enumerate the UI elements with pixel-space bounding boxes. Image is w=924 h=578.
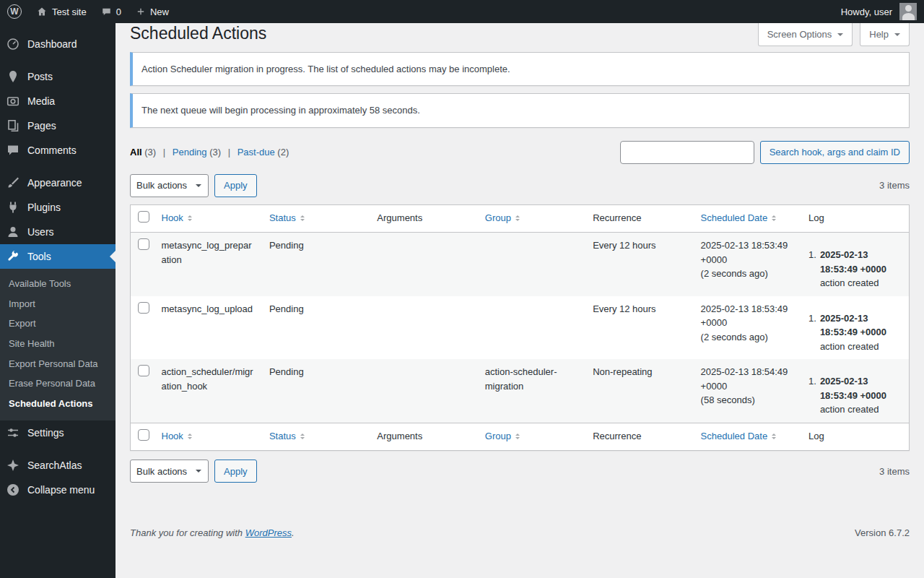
menu-separator	[0, 445, 116, 453]
column-log: Log	[808, 212, 824, 223]
sidebar-subitem-export-personal-data[interactable]: Export Personal Data	[0, 354, 116, 374]
media-icon	[6, 94, 20, 108]
sidebar-item-collapse-menu[interactable]: Collapse menu	[0, 478, 116, 502]
sidebar-item-plugins[interactable]: Plugins	[0, 195, 116, 220]
filter-row: All (3) | Pending (3) | Past-due (2) Sea…	[130, 141, 910, 164]
sort-scheduled-date[interactable]: Scheduled Date	[701, 429, 777, 444]
sidebar-item-label: Tools	[27, 251, 51, 262]
help-button[interactable]: Help	[860, 23, 910, 46]
filter-all[interactable]: All	[130, 147, 142, 158]
sort-icon	[188, 434, 192, 439]
group-cell	[478, 233, 585, 296]
column-arguments: Arguments	[377, 431, 422, 441]
sidebar-subitem-scheduled-actions[interactable]: Scheduled Actions	[0, 394, 116, 414]
bulk-actions-select[interactable]: Bulk actions	[130, 460, 209, 483]
sort-icon	[772, 434, 776, 439]
sidebar-item-tools[interactable]: Tools	[0, 244, 116, 269]
select-all-checkbox[interactable]	[138, 211, 149, 223]
sidebar-subitem-export[interactable]: Export	[0, 314, 116, 334]
log-cell: 1.2025-02-13 18:53:49 +0000 action creat…	[801, 359, 909, 423]
site-name-link[interactable]: Test site	[29, 0, 94, 23]
select-all-checkbox[interactable]	[138, 429, 149, 441]
sidebar-subitem-erase-personal-data[interactable]: Erase Personal Data	[0, 374, 116, 394]
tools-icon	[6, 249, 20, 264]
screen-meta: Screen Options Help	[758, 23, 910, 46]
sort-group[interactable]: Group	[485, 429, 520, 444]
users-icon	[6, 225, 20, 239]
sidebar-item-comments[interactable]: Comments	[0, 138, 116, 163]
sort-group[interactable]: Group	[485, 211, 520, 225]
sort-status[interactable]: Status	[269, 429, 305, 444]
searchatlas-icon	[6, 458, 20, 473]
sidebar-item-posts[interactable]: Posts	[0, 64, 116, 89]
sort-icon	[300, 434, 305, 439]
search-input[interactable]	[620, 141, 754, 164]
column-recurrence: Recurrence	[593, 431, 641, 441]
notice-next-queue: The next queue will begin processing in …	[130, 93, 910, 128]
sort-scheduled-date[interactable]: Scheduled Date	[701, 211, 777, 225]
bulk-actions-select[interactable]: Bulk actions	[130, 174, 209, 197]
filter-past-due[interactable]: Past-due	[237, 147, 275, 158]
screen-options-button[interactable]: Screen Options	[758, 23, 853, 46]
column-arguments: Arguments	[377, 212, 422, 223]
sort-icon	[515, 434, 520, 439]
admin-bar-comments[interactable]: 0	[94, 0, 128, 23]
sidebar-item-dashboard[interactable]: Dashboard	[0, 32, 116, 56]
sidebar-item-label: Plugins	[27, 202, 61, 213]
table-header-row: Hook Status Arguments Group Recurrence S…	[131, 204, 910, 233]
sidebar-item-pages[interactable]: Pages	[0, 113, 116, 138]
comments-count: 0	[116, 7, 121, 17]
sidebar-item-label: Dashboard	[27, 38, 77, 50]
table-row: action_scheduler/migration_hook Pending …	[131, 359, 910, 423]
status-cell: Pending	[262, 359, 370, 423]
bulk-actions-select-wrap: Bulk actions	[130, 460, 209, 483]
sidebar-item-settings[interactable]: Settings	[0, 420, 116, 445]
sidebar-subitem-available-tools[interactable]: Available Tools	[0, 274, 116, 294]
apply-button[interactable]: Apply	[214, 460, 257, 483]
sort-status[interactable]: Status	[269, 211, 305, 225]
log-cell: 1.2025-02-13 18:53:49 +0000 action creat…	[801, 233, 909, 296]
site-name-label: Test site	[52, 7, 87, 17]
apply-button[interactable]: Apply	[214, 174, 257, 197]
sort-icon	[515, 215, 520, 221]
posts-icon	[6, 69, 20, 84]
sidebar-subitem-import[interactable]: Import	[0, 294, 116, 314]
search-button[interactable]: Search hook, args and claim ID	[760, 141, 910, 164]
admin-bar-right: Howdy, user	[834, 0, 924, 23]
row-checkbox[interactable]	[138, 238, 149, 250]
bulk-actions-select-wrap: Bulk actions	[130, 174, 209, 197]
sidebar-subitem-site-health[interactable]: Site Health	[0, 334, 116, 354]
row-checkbox[interactable]	[138, 302, 149, 314]
wordpress-link[interactable]: WordPress	[245, 527, 292, 538]
sidebar-item-searchatlas[interactable]: SearchAtlas	[0, 453, 116, 478]
sidebar-item-users[interactable]: Users	[0, 220, 116, 244]
table-row: metasync_log_upload Pending Every 12 hou…	[131, 296, 910, 360]
footer-version: Version 6.7.2	[855, 527, 910, 538]
search-box: Search hook, args and claim ID	[620, 141, 910, 164]
admin-bar-left: W Test site 0 New	[0, 0, 176, 23]
status-cell: Pending	[262, 233, 370, 296]
sort-hook[interactable]: Hook	[162, 429, 192, 444]
sidebar: Dashboard Posts Media Pages Comments App…	[0, 23, 116, 578]
arguments-cell	[370, 296, 477, 360]
sidebar-item-label: Collapse menu	[27, 484, 95, 496]
items-count: 3 items	[879, 180, 910, 191]
sidebar-item-media[interactable]: Media	[0, 89, 116, 113]
wp-logo-button[interactable]: W	[0, 0, 29, 23]
sidebar-item-appearance[interactable]: Appearance	[0, 171, 116, 195]
column-recurrence: Recurrence	[593, 212, 641, 223]
sort-hook[interactable]: Hook	[162, 211, 192, 225]
recurrence-cell: Non-repeating	[585, 359, 693, 423]
filter-pending[interactable]: Pending	[173, 147, 207, 158]
sidebar-item-label: SearchAtlas	[27, 460, 82, 471]
filter-all-count: (3)	[144, 147, 156, 158]
notice-text: Action Scheduler migration in progress. …	[141, 62, 900, 77]
sidebar-item-label: Appearance	[27, 177, 82, 189]
main-content: Screen Options Help Scheduled Actions Ac…	[116, 23, 924, 578]
filter-separator: |	[163, 147, 165, 158]
recurrence-cell: Every 12 hours	[585, 296, 693, 360]
account-menu[interactable]: Howdy, user	[834, 0, 924, 23]
avatar	[899, 3, 917, 20]
row-checkbox[interactable]	[138, 365, 149, 376]
new-content-button[interactable]: New	[128, 0, 176, 23]
